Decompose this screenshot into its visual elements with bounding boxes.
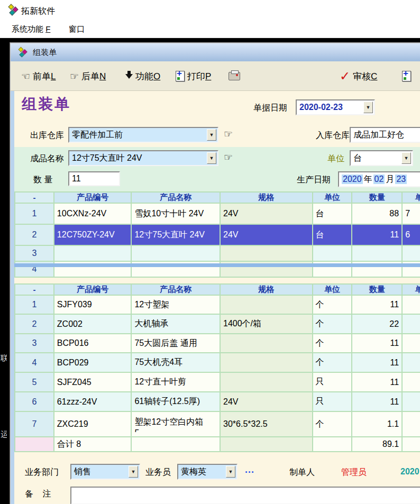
- grid-cell[interactable]: 24V: [221, 225, 313, 246]
- grid-cell[interactable]: 个: [313, 412, 353, 437]
- in-warehouse-field[interactable]: 成品加工好仓: [350, 127, 420, 143]
- grid-cell[interactable]: 11: [352, 373, 403, 392]
- grid-cell[interactable]: 11: [352, 296, 403, 315]
- grid-cell[interactable]: 11: [352, 353, 403, 373]
- table-row[interactable]: 3: [14, 246, 420, 262]
- grid-cell[interactable]: SJFZ045: [54, 373, 132, 392]
- grid-cell[interactable]: 5: [15, 373, 54, 392]
- grid-cell[interactable]: 个: [313, 315, 353, 334]
- grid-cell[interactable]: 1: [15, 204, 54, 225]
- grid-cell[interactable]: 11: [352, 392, 403, 412]
- grid-cell[interactable]: 6: [15, 392, 54, 412]
- grid-cell[interactable]: [403, 353, 420, 373]
- grid-cell[interactable]: 4: [15, 353, 54, 373]
- dept-combo[interactable]: 销售 ▼: [70, 464, 140, 480]
- functions-button[interactable]: 功能O: [125, 69, 160, 84]
- grid-cell[interactable]: BCP029: [54, 353, 132, 373]
- table-row[interactable]: 7ZXC219塑架12寸空白内箱5...30*6.5*32.5个1.1: [14, 412, 420, 437]
- grid-cell[interactable]: 只: [313, 392, 353, 412]
- grid-cell[interactable]: 2: [15, 315, 54, 334]
- grid-cell[interactable]: 12寸直十叶剪: [132, 373, 221, 392]
- unit-dropdown-arrow[interactable]: ▼: [401, 152, 411, 164]
- prod-date-field[interactable]: 2020 年02 月23: [338, 171, 420, 187]
- grid-cell[interactable]: 75大机壳4耳: [132, 353, 221, 373]
- grid-cell[interactable]: 1400个/箱: [221, 315, 313, 334]
- menu-window[interactable]: 窗口: [69, 24, 85, 34]
- salesperson-more-button[interactable]: ...: [245, 464, 254, 475]
- app-titlebar[interactable]: 拓新软件: [0, 0, 420, 21]
- table-row[interactable]: 2ZC002大机轴承1400个/箱个22: [14, 315, 420, 334]
- out-warehouse-picker-icon[interactable]: ☞: [224, 128, 233, 140]
- grid-cell[interactable]: 1.1: [352, 412, 403, 437]
- grid-cell[interactable]: [132, 246, 221, 262]
- grid-cell[interactable]: 2: [15, 225, 54, 246]
- table-row[interactable]: 212C750ZY-24V12寸75大直叶 24V24V台116: [14, 225, 420, 246]
- grid-cell[interactable]: 75大圆后盖 通用: [132, 334, 221, 353]
- grid-cell[interactable]: [403, 334, 420, 353]
- grid-cell[interactable]: 7: [15, 412, 54, 437]
- grid-cell[interactable]: 3: [15, 334, 54, 353]
- next-order-button[interactable]: ☞ 后单N: [70, 69, 106, 84]
- salesperson-combo[interactable]: 黄梅英 ▼: [177, 464, 238, 480]
- grid-cell[interactable]: [403, 373, 420, 392]
- grid-cell[interactable]: [313, 246, 353, 262]
- salesperson-dropdown-arrow[interactable]: ▼: [226, 466, 235, 478]
- grid-cell[interactable]: 3: [15, 246, 54, 262]
- grid-cell[interactable]: 个: [313, 334, 353, 353]
- table-row[interactable]: 661zzz-24V61轴转子(12.5厚)24V只11: [14, 392, 420, 412]
- grid-cell[interactable]: 大机轴承: [132, 315, 221, 334]
- unit-combo[interactable]: 台 ▼: [350, 150, 413, 166]
- new-doc-button[interactable]: [402, 69, 411, 84]
- grid-cell[interactable]: [221, 373, 313, 392]
- grid-cell[interactable]: [352, 246, 403, 262]
- grid-cell[interactable]: [403, 392, 420, 412]
- grid-cell[interactable]: 11: [352, 225, 403, 246]
- grid-cell[interactable]: ZC002: [54, 315, 132, 334]
- printer-button[interactable]: [229, 69, 240, 84]
- grid-cell[interactable]: 塑架12寸空白内箱5...: [132, 412, 221, 437]
- product-combo[interactable]: 12寸75大直叶 24V ▼: [68, 150, 218, 166]
- grid-cell[interactable]: 11: [352, 334, 403, 353]
- grid-cell[interactable]: SJFY039: [54, 296, 132, 315]
- grid-cell[interactable]: 61zzz-24V: [54, 392, 132, 412]
- table-row[interactable]: 110CXNz-24V雪奴10寸十叶 24V24V台887: [14, 204, 420, 225]
- out-warehouse-combo[interactable]: 零配件加工前 ▼: [68, 127, 218, 143]
- table-row[interactable]: 3BCP01675大圆后盖 通用个11: [14, 334, 420, 353]
- grid-cell[interactable]: [221, 296, 313, 315]
- dept-dropdown-arrow[interactable]: ▼: [129, 466, 138, 478]
- remark-input[interactable]: [70, 487, 420, 504]
- grid-cell[interactable]: 22: [352, 315, 403, 334]
- grid-cell[interactable]: [221, 334, 313, 353]
- grid-cell[interactable]: 只: [313, 373, 353, 392]
- grid-cell[interactable]: [221, 246, 313, 262]
- grid-cell[interactable]: 24V: [221, 392, 313, 412]
- grid-cell[interactable]: ZXC219: [54, 412, 132, 437]
- grid-cell[interactable]: 台: [313, 204, 353, 225]
- grid-cell[interactable]: BCP016: [54, 334, 132, 353]
- grid-cell[interactable]: [54, 246, 132, 262]
- grid-cell[interactable]: 个: [313, 353, 353, 373]
- grid-cell[interactable]: 1: [15, 296, 54, 315]
- grid-cell[interactable]: 个: [313, 296, 353, 315]
- prev-order-button[interactable]: ☜ 前单L: [21, 69, 56, 84]
- print-button[interactable]: 打印P: [176, 69, 211, 84]
- grid-cell[interactable]: 61轴转子(12.5厚): [132, 392, 221, 412]
- grid-cell[interactable]: 88: [352, 204, 403, 225]
- table-row[interactable]: 1SJFY03912寸塑架个11: [14, 296, 420, 315]
- grid-cell[interactable]: 6: [403, 225, 420, 246]
- doc-date-dropdown-arrow[interactable]: ▼: [363, 102, 373, 113]
- product-dropdown-arrow[interactable]: ▼: [207, 152, 216, 164]
- menu-system-functions[interactable]: 系统功能 F: [12, 24, 50, 34]
- grid-cell[interactable]: 24V: [221, 204, 313, 225]
- grid-cell[interactable]: 12C750ZY-24V: [54, 225, 132, 246]
- quantity-input[interactable]: 11: [68, 171, 120, 186]
- grid-cell[interactable]: 台: [313, 225, 353, 246]
- grid-cell[interactable]: 12寸塑架: [132, 296, 221, 315]
- grid-cell[interactable]: [403, 246, 420, 262]
- grid-cell[interactable]: [221, 353, 313, 373]
- grid-cell[interactable]: 30*6.5*32.5: [221, 412, 313, 437]
- out-warehouse-dropdown-arrow[interactable]: ▼: [207, 129, 216, 141]
- grid-cell[interactable]: [403, 296, 420, 315]
- grid-cell[interactable]: 12寸75大直叶 24V: [132, 225, 221, 246]
- grid-cell[interactable]: [403, 412, 420, 437]
